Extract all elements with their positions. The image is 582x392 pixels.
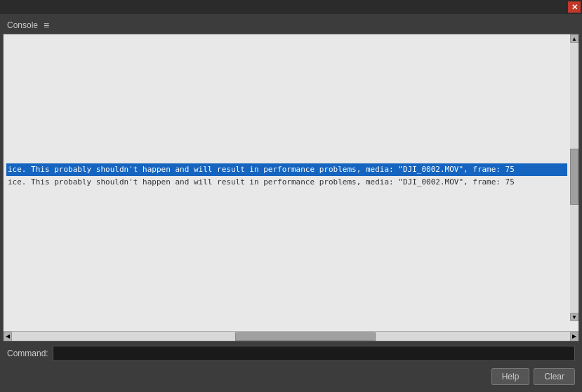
console-content: ice. This probably shouldn't happen and … (4, 34, 578, 331)
scrollbar-up-button[interactable]: ▲ (570, 34, 578, 43)
console-line-selected-1: ice. This probably shouldn't happen and … (6, 163, 567, 176)
scrollbar-down-button[interactable]: ▼ (570, 313, 578, 321)
command-label: Command: (7, 349, 48, 358)
scrollbar-h-track[interactable] (12, 332, 570, 342)
help-button[interactable]: Help (491, 368, 530, 385)
console-empty-space (4, 34, 570, 161)
scrollbar-left-button[interactable]: ◀ (4, 332, 12, 342)
scrollbar-vertical[interactable]: ▲ ▼ (570, 34, 578, 321)
command-input[interactable] (53, 346, 575, 361)
buttons-bar: Help Clear (3, 365, 579, 389)
scrollbar-v-thumb[interactable] (570, 149, 578, 205)
console-scrollable: ice. This probably shouldn't happen and … (4, 34, 570, 331)
panel-title: Console (7, 20, 38, 30)
console-lines: ice. This probably shouldn't happen and … (4, 161, 570, 191)
close-button[interactable]: ✕ (568, 1, 581, 13)
scrollbar-right-button[interactable]: ▶ (570, 332, 578, 342)
scrollbar-v-track[interactable] (570, 43, 578, 313)
console-line-normal-1: ice. This probably shouldn't happen and … (6, 176, 567, 189)
panel-header: Console ≡ (3, 17, 579, 34)
scrollbar-horizontal[interactable]: ◀ ▶ (4, 331, 578, 341)
scrollbar-h-thumb[interactable] (235, 332, 376, 341)
title-bar: ✕ (0, 0, 582, 14)
clear-button[interactable]: Clear (534, 368, 575, 385)
console-area: ice. This probably shouldn't happen and … (3, 34, 579, 342)
console-panel: Console ≡ ice. This probably shouldn't h… (0, 14, 582, 392)
menu-icon[interactable]: ≡ (44, 20, 49, 31)
command-bar: Command: (3, 342, 579, 365)
